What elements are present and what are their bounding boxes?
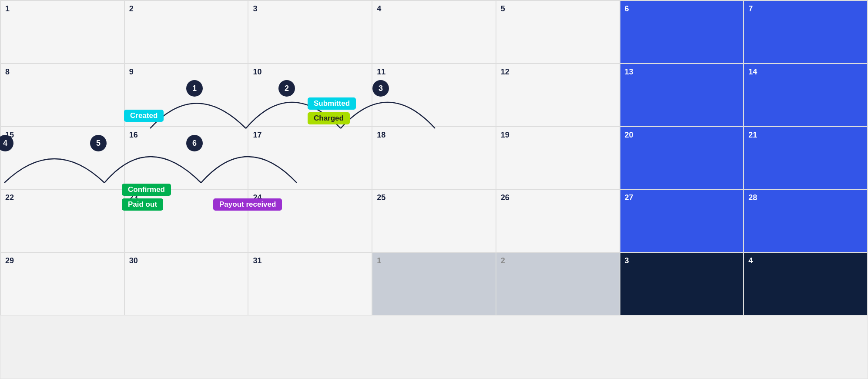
step-3: 3 — [372, 80, 389, 97]
badge-charged: Charged — [308, 112, 350, 124]
step-1: 1 — [186, 80, 203, 97]
step-5: 5 — [90, 135, 107, 151]
arc-1 — [150, 104, 246, 129]
badge-paid-out: Paid out — [122, 198, 163, 211]
badge-submitted: Submitted — [308, 97, 356, 110]
badge-payout-received: Payout received — [213, 198, 282, 211]
arc-4 — [4, 159, 104, 183]
arc-6 — [201, 157, 297, 183]
badge-confirmed: Confirmed — [122, 184, 171, 196]
step-6: 6 — [186, 135, 203, 151]
badge-created: Created — [124, 110, 164, 122]
arc-5 — [104, 157, 201, 183]
step-2: 2 — [278, 80, 295, 97]
